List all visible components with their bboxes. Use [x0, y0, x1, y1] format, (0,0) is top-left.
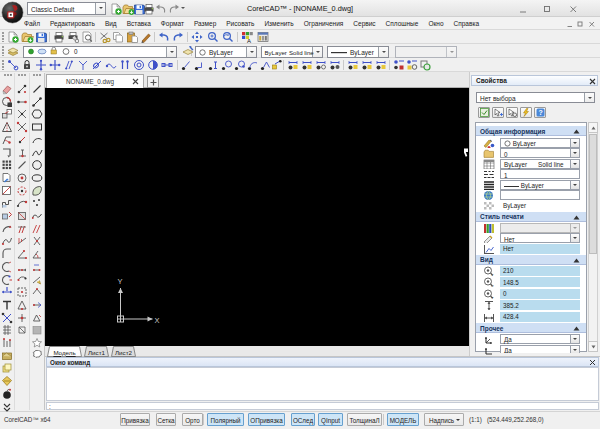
- svg-text:Y: Y: [118, 277, 123, 286]
- svg-text:?: ?: [538, 109, 542, 116]
- svg-text:z: z: [491, 295, 494, 299]
- svg-text:x: x: [491, 272, 494, 276]
- svg-text:X: X: [155, 316, 160, 325]
- svg-text:y: y: [491, 283, 494, 287]
- svg-text:A: A: [247, 38, 251, 44]
- svg-text:0: 0: [74, 48, 78, 55]
